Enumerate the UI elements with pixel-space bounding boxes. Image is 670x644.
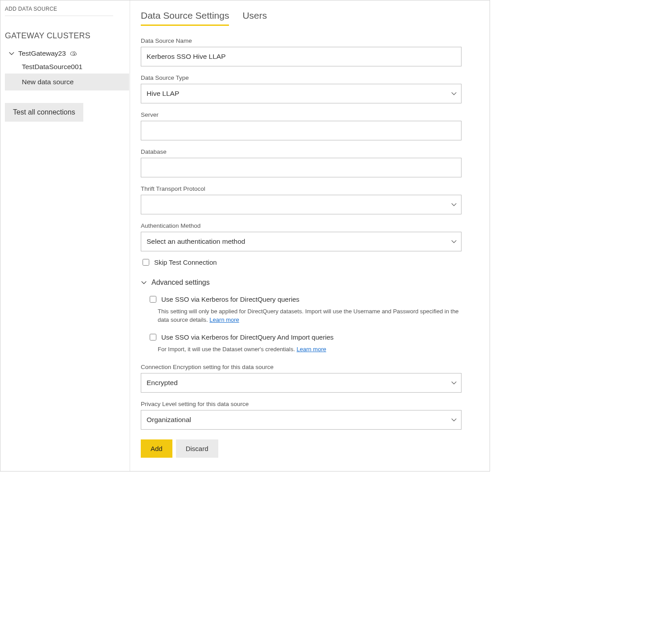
discard-button[interactable]: Discard [176, 439, 218, 458]
label-server: Server [141, 111, 462, 118]
select-auth-method[interactable]: Select an authentication method [141, 232, 462, 251]
chevron-down-icon [141, 279, 147, 286]
label-data-source-type: Data Source Type [141, 74, 462, 81]
select-privacy-level[interactable]: Organizational [141, 410, 462, 430]
label-sso-kerberos-directquery: Use SSO via Kerberos for DirectQuery que… [161, 295, 299, 303]
input-database[interactable] [141, 158, 462, 177]
select-encryption[interactable]: Encrypted [141, 373, 462, 393]
label-data-source-name: Data Source Name [141, 37, 462, 44]
chevron-down-icon [8, 50, 15, 57]
sidebar: ADD DATA SOURCE GATEWAY CLUSTERS TestGat… [0, 0, 130, 471]
advanced-settings-toggle[interactable]: Advanced settings [141, 279, 462, 287]
checkbox-sso-kerberos-directquery[interactable] [150, 296, 156, 303]
label-thrift-protocol: Thrift Transport Protocol [141, 185, 462, 192]
desc-sso-kerberos-directquery: This setting will only be applied for Di… [148, 308, 462, 324]
new-data-source-row[interactable]: New data source [5, 74, 129, 90]
input-server[interactable] [141, 121, 462, 140]
label-sso-kerberos-dq-import: Use SSO via Kerberos for DirectQuery And… [161, 333, 334, 341]
learn-more-link[interactable]: Learn more [209, 316, 239, 323]
gateway-cluster-name: TestGateway23 [18, 49, 66, 57]
gateway-cluster-row[interactable]: TestGateway23 [5, 47, 129, 60]
learn-more-link[interactable]: Learn more [297, 346, 326, 353]
desc-sso-dq-text: This setting will only be applied for Di… [158, 308, 459, 323]
cloud-sync-icon [69, 50, 78, 57]
new-data-source-label: New data source [22, 78, 74, 86]
main-panel: Data Source Settings Users Data Source N… [130, 0, 490, 471]
tab-data-source-settings[interactable]: Data Source Settings [141, 10, 229, 26]
checkbox-skip-test-connection[interactable] [143, 259, 149, 266]
advanced-settings-label: Advanced settings [151, 279, 210, 287]
label-privacy-level: Privacy Level setting for this data sour… [141, 401, 462, 407]
desc-sso-kerberos-dq-import: For Import, it will use the Dataset owne… [148, 345, 462, 354]
label-encryption-setting: Connection Encryption setting for this d… [141, 364, 462, 370]
select-thrift-protocol[interactable] [141, 195, 462, 214]
add-data-source-link[interactable]: ADD DATA SOURCE [5, 5, 113, 16]
desc-sso-dq-import-text: For Import, it will use the Dataset owne… [158, 346, 297, 353]
tab-bar: Data Source Settings Users [141, 10, 485, 26]
input-data-source-name[interactable] [141, 47, 462, 66]
gateway-clusters-heading: GATEWAY CLUSTERS [5, 31, 129, 41]
label-database: Database [141, 148, 462, 155]
label-skip-test-connection: Skip Test Connection [154, 258, 217, 266]
add-button[interactable]: Add [141, 439, 172, 458]
test-all-connections-button[interactable]: Test all connections [5, 103, 83, 122]
tab-users[interactable]: Users [242, 10, 267, 26]
label-auth-method: Authentication Method [141, 222, 462, 229]
select-data-source-type[interactable]: Hive LLAP [141, 84, 462, 103]
data-source-row[interactable]: TestDataSource001 [5, 60, 129, 74]
checkbox-sso-kerberos-dq-import[interactable] [150, 334, 156, 340]
data-source-name: TestDataSource001 [22, 63, 82, 71]
